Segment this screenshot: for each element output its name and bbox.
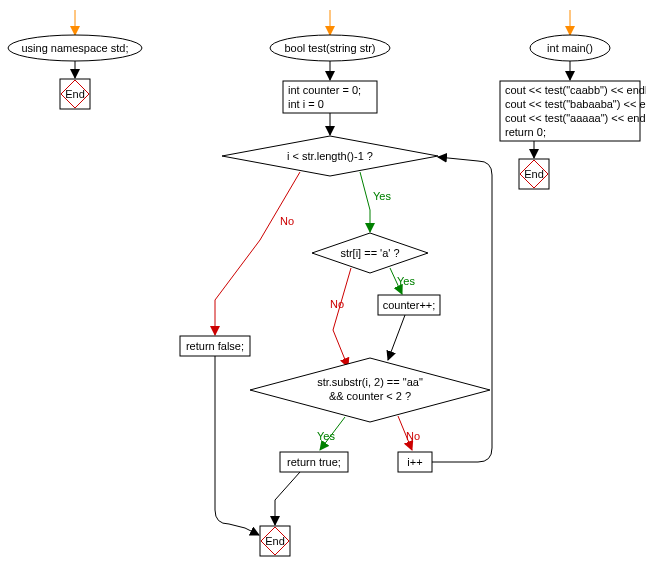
node-using-namespace-text: using namespace std; bbox=[21, 42, 128, 54]
end-node-1: End bbox=[60, 79, 90, 109]
node-counter-inc-text: counter++; bbox=[383, 299, 436, 311]
main-l2: cout << test("babaaba") << endl; bbox=[505, 98, 646, 110]
main-l3: cout << test("aaaaa") << endl; bbox=[505, 112, 646, 124]
cond-loop-text: i < str.length()-1 ? bbox=[287, 150, 373, 162]
label-no: No bbox=[406, 430, 420, 442]
edge-no bbox=[215, 172, 300, 335]
edge-no bbox=[333, 268, 351, 367]
label-yes: Yes bbox=[317, 430, 335, 442]
edge-loopback bbox=[432, 157, 492, 462]
end-node-3: End bbox=[519, 159, 549, 189]
edge bbox=[215, 356, 259, 535]
end-label: End bbox=[65, 88, 85, 100]
cond-substr-l2: && counter < 2 ? bbox=[329, 390, 411, 402]
node-i-inc-text: i++ bbox=[407, 456, 422, 468]
node-return-false-text: return false; bbox=[186, 340, 244, 352]
flowchart-3: int main() cout << test("caabb") << endl… bbox=[500, 10, 646, 189]
edge bbox=[388, 315, 405, 360]
node-init-l2: int i = 0 bbox=[288, 98, 324, 110]
flowchart-2: bool test(string str) int counter = 0; i… bbox=[180, 10, 492, 556]
edge bbox=[275, 472, 300, 525]
end-label: End bbox=[265, 535, 285, 547]
node-init-l1: int counter = 0; bbox=[288, 84, 361, 96]
flowchart-1: using namespace std; End bbox=[8, 10, 142, 109]
label-yes: Yes bbox=[397, 275, 415, 287]
node-int-main-text: int main() bbox=[547, 42, 593, 54]
label-no: No bbox=[280, 215, 294, 227]
main-l4: return 0; bbox=[505, 126, 546, 138]
edge-yes bbox=[360, 172, 370, 232]
cond-substr-l1: str.substr(i, 2) == "aa" bbox=[317, 376, 423, 388]
cond-char-a-text: str[i] == 'a' ? bbox=[340, 247, 399, 259]
node-bool-test-text: bool test(string str) bbox=[284, 42, 375, 54]
main-l1: cout << test("caabb") << endl; bbox=[505, 84, 646, 96]
label-yes: Yes bbox=[373, 190, 391, 202]
end-label: End bbox=[524, 168, 544, 180]
node-return-true-text: return true; bbox=[287, 456, 341, 468]
end-node-2: End bbox=[260, 526, 290, 556]
label-no: No bbox=[330, 298, 344, 310]
